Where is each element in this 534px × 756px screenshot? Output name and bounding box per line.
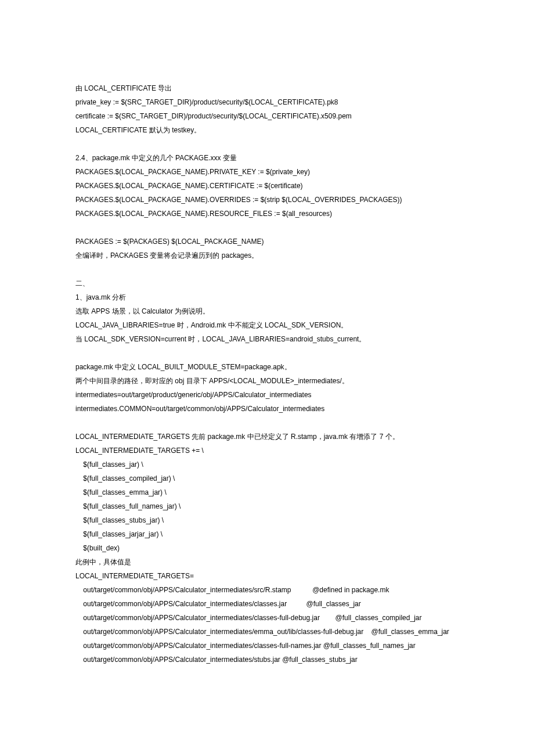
document-page: 由 LOCAL_CERTIFICATE 导出 private_key := $(… xyxy=(0,0,534,756)
line: PACKAGES := $(PACKAGES) $(LOCAL_PACKAGE_… xyxy=(75,235,459,249)
line: certificate := $(SRC_TARGET_DIR)/product… xyxy=(75,109,459,123)
line: LOCAL_INTERMEDIATE_TARGETS= xyxy=(75,569,459,583)
line: LOCAL_INTERMEDIATE_TARGETS 先前 package.mk… xyxy=(75,430,459,444)
line: 全编译时，PACKAGES 变量将会记录遍历到的 packages。 xyxy=(75,249,459,262)
line: 由 LOCAL_CERTIFICATE 导出 xyxy=(75,81,459,95)
line: PACKAGES.$(LOCAL_PACKAGE_NAME).CERTIFICA… xyxy=(75,179,459,193)
line: intermediates.COMMON=out/target/common/o… xyxy=(75,402,459,416)
line: PACKAGES.$(LOCAL_PACKAGE_NAME).RESOURCE_… xyxy=(75,207,459,221)
line: $(full_classes_emma_jar) \ xyxy=(75,485,459,499)
line: PACKAGES.$(LOCAL_PACKAGE_NAME).OVERRIDES… xyxy=(75,193,459,207)
line: intermediates=out/target/product/generic… xyxy=(75,388,459,402)
blank-line xyxy=(75,416,459,430)
line: $(full_classes_full_names_jar) \ xyxy=(75,499,459,513)
line: PACKAGES.$(LOCAL_PACKAGE_NAME).PRIVATE_K… xyxy=(75,165,459,179)
line: out/target/common/obj/APPS/Calculator_in… xyxy=(75,597,459,611)
line: $(full_classes_compiled_jar) \ xyxy=(75,471,459,485)
line: LOCAL_INTERMEDIATE_TARGETS += \ xyxy=(75,444,459,458)
line: $(full_classes_jar) \ xyxy=(75,458,459,471)
line: 当 LOCAL_SDK_VERSION=current 时，LOCAL_JAVA… xyxy=(75,332,459,346)
blank-line xyxy=(75,221,459,235)
line: 1、java.mk 分析 xyxy=(75,290,459,304)
line: out/target/common/obj/APPS/Calculator_in… xyxy=(75,583,459,597)
line: 二、 xyxy=(75,276,459,290)
line: 此例中，具体值是 xyxy=(75,555,459,569)
line: package.mk 中定义 LOCAL_BUILT_MODULE_STEM=p… xyxy=(75,360,459,374)
line: private_key := $(SRC_TARGET_DIR)/product… xyxy=(75,95,459,109)
line: $(full_classes_stubs_jar) \ xyxy=(75,513,459,527)
line: out/target/common/obj/APPS/Calculator_in… xyxy=(75,653,459,667)
line: 两个中间目录的路径，即对应的 obj 目录下 APPS/<LOCAL_MODUL… xyxy=(75,374,459,388)
line: LOCAL_CERTIFICATE 默认为 testkey。 xyxy=(75,123,459,137)
line: out/target/common/obj/APPS/Calculator_in… xyxy=(75,639,459,653)
line: $(built_dex) xyxy=(75,541,459,555)
blank-line xyxy=(75,137,459,151)
blank-line xyxy=(75,346,459,360)
line: out/target/common/obj/APPS/Calculator_in… xyxy=(75,625,459,639)
blank-line xyxy=(75,262,459,276)
line: LOCAL_JAVA_LIBRARIES=true 时，Android.mk 中… xyxy=(75,318,459,332)
line: 选取 APPS 场景，以 Calculator 为例说明。 xyxy=(75,304,459,318)
line: 2.4、package.mk 中定义的几个 PACKAGE.xxx 变量 xyxy=(75,151,459,165)
line: $(full_classes_jarjar_jar) \ xyxy=(75,527,459,541)
line: out/target/common/obj/APPS/Calculator_in… xyxy=(75,611,459,625)
